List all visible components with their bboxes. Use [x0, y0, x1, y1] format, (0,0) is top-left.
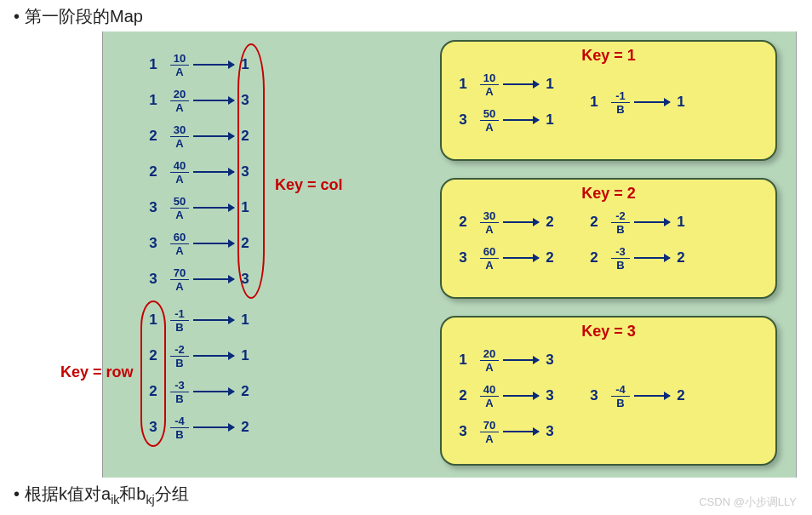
entry-right: 1 — [672, 214, 690, 231]
group-3-box: Key = 3 120A3240A3370A33-4B2 — [440, 316, 777, 466]
key-row-label: Key = row — [60, 363, 146, 381]
matrix-b-list: 1-1B12-2B12-3B23-4B2 — [144, 302, 348, 445]
group-1-box: Key = 1 110A1350A11-1B1 — [440, 40, 777, 161]
arrow-icon — [193, 355, 234, 357]
title-bottom: •根据k值对aik和bkj分组 — [0, 479, 812, 510]
title-bottom-post: 分组 — [155, 484, 189, 503]
group-2-title: Key = 2 — [442, 185, 775, 203]
entry-fraction: 10A — [476, 72, 503, 97]
entry-right: 2 — [672, 249, 690, 266]
data-entry: 1-1B1 — [144, 302, 348, 338]
bullet-icon: • — [14, 484, 20, 503]
entry-left: 3 — [144, 235, 163, 252]
data-entry: 1-1B1 — [585, 86, 690, 118]
arrow-icon — [193, 100, 234, 101]
entry-fraction: 30A — [166, 124, 193, 149]
entry-right: 1 — [236, 347, 254, 364]
entry-fraction: 40A — [166, 160, 193, 185]
entry-left: 2 — [454, 387, 472, 404]
entry-right: 2 — [236, 383, 254, 400]
entry-left: 3 — [454, 112, 472, 129]
data-entry: 230A2 — [454, 206, 559, 238]
arrow-icon — [193, 243, 234, 244]
entry-left: 1 — [144, 56, 163, 73]
entry-left: 1 — [454, 352, 472, 369]
entry-left: 1 — [454, 76, 472, 93]
data-entry: 240A3 — [454, 380, 559, 412]
arrow-icon — [634, 395, 670, 397]
arrow-icon — [634, 101, 670, 103]
entry-left: 2 — [144, 128, 163, 145]
arrow-icon — [193, 278, 234, 280]
arrow-icon — [193, 207, 234, 209]
entry-right: 1 — [236, 312, 254, 329]
title-top: •第一阶段的Map — [0, 2, 812, 31]
entry-left: 3 — [585, 387, 603, 404]
entry-fraction: 30A — [476, 210, 503, 235]
entry-left: 1 — [144, 92, 163, 109]
data-entry: 120A3 — [454, 344, 559, 376]
diagram-panel: 110A1120A3230A2240A3350A1360A2370A3 1-1B… — [102, 31, 797, 478]
entry-fraction: 20A — [476, 348, 503, 373]
arrow-icon — [503, 257, 539, 259]
entry-fraction: 70A — [166, 267, 193, 292]
watermark: CSDN @小步调LLY — [699, 495, 797, 510]
col-oval — [237, 43, 265, 299]
arrow-icon — [503, 83, 539, 85]
arrow-icon — [503, 395, 539, 397]
entry-fraction: 40A — [476, 384, 503, 409]
entry-fraction: -2B — [166, 344, 193, 369]
data-entry: 350A1 — [454, 104, 559, 136]
data-entry: 2-2B1 — [585, 206, 690, 238]
entry-fraction: -3B — [166, 380, 193, 404]
data-entry: 3-4B2 — [585, 380, 690, 412]
entry-fraction: -4B — [607, 384, 634, 409]
entry-fraction: -1B — [607, 90, 634, 115]
data-entry: 3-4B2 — [144, 409, 348, 445]
entry-right: 3 — [540, 387, 559, 404]
entry-left: 3 — [144, 271, 163, 288]
entry-left: 2 — [585, 249, 603, 266]
group-2-box: Key = 2 230A2360A22-2B12-3B2 — [440, 178, 777, 299]
entry-fraction: 10A — [166, 53, 193, 77]
entry-left: 2 — [144, 163, 163, 180]
data-entry: 370A3 — [454, 415, 559, 448]
data-entry: 2-3B2 — [585, 242, 690, 274]
entry-right: 3 — [540, 423, 559, 440]
entry-fraction: 50A — [166, 196, 193, 220]
arrow-icon — [193, 391, 234, 392]
arrow-icon — [193, 319, 234, 321]
arrow-icon — [193, 64, 234, 66]
arrow-icon — [193, 426, 234, 428]
title-top-text: 第一阶段的Map — [25, 7, 143, 26]
title-bottom-pre: 根据k值对a — [25, 484, 111, 503]
arrow-icon — [193, 135, 234, 137]
entry-fraction: 20A — [166, 89, 193, 113]
entry-fraction: 50A — [476, 108, 503, 133]
entry-right: 2 — [540, 214, 559, 231]
bullet-icon: • — [14, 7, 20, 26]
entry-fraction: -4B — [166, 415, 193, 440]
data-entry: 110A1 — [454, 68, 559, 100]
sub-kj: kj — [146, 493, 154, 506]
entry-fraction: 60A — [166, 232, 193, 256]
arrow-icon — [193, 171, 234, 173]
entry-right: 2 — [672, 387, 690, 404]
entry-right: 2 — [540, 249, 559, 266]
sub-ik: ik — [111, 493, 119, 506]
entry-fraction: -2B — [607, 210, 634, 235]
data-entry: 360A2 — [454, 242, 559, 274]
entry-left: 2 — [454, 214, 472, 231]
entry-right: 2 — [236, 419, 254, 436]
entry-fraction: -3B — [607, 246, 634, 271]
arrow-icon — [503, 119, 539, 121]
group-3-title: Key = 3 — [442, 323, 775, 340]
entry-right: 1 — [540, 112, 559, 129]
entry-left: 1 — [585, 94, 603, 111]
title-bottom-mid: 和b — [119, 484, 146, 503]
data-entry: 2-2B1 — [144, 338, 348, 374]
entry-left: 3 — [454, 249, 472, 266]
entry-fraction: 70A — [476, 420, 503, 444]
entry-right: 1 — [540, 76, 559, 93]
entry-left: 3 — [144, 199, 163, 216]
